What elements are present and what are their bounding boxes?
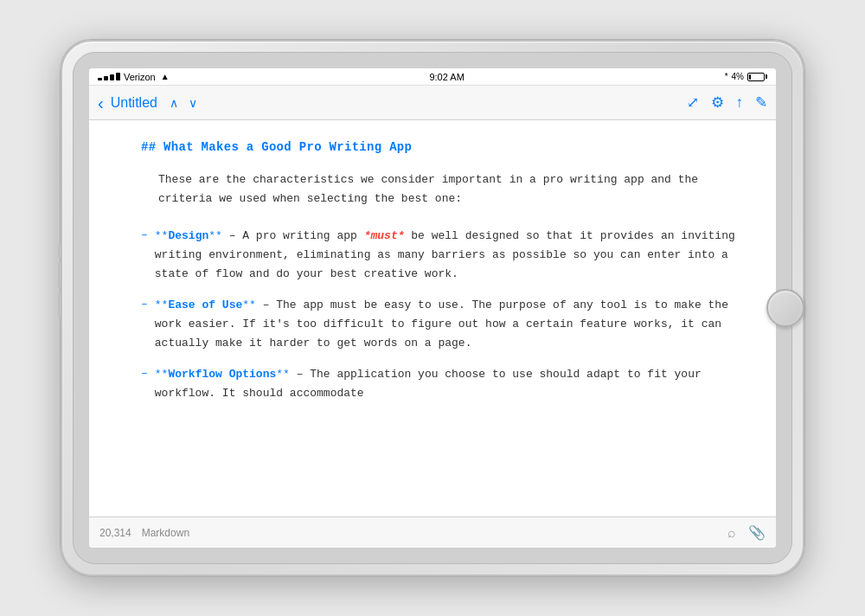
volume-down-button[interactable] [58,292,62,317]
edit-icon[interactable]: ✎ [755,93,767,112]
battery-icon [747,73,767,81]
battery-percent: 4% [732,72,744,81]
list-item: – **Ease of Use** – The app must be easy… [141,296,750,353]
list-items: – **Design** – A pro writing app *must* … [141,227,750,404]
search-icon[interactable]: ⌕ [727,525,736,541]
intro-paragraph: These are the characteristics we conside… [141,170,750,209]
bluetooth-icon: * [725,72,728,81]
asterisk-close: ** [208,229,222,242]
ipad-device: Verizon ▲ 9:02 AM * 4% [61,40,804,576]
signal-icon [98,73,120,80]
list-dash: – [141,227,148,284]
nav-arrows: ∧ ∨ [166,94,201,112]
down-arrow-icon[interactable]: ∨ [185,94,201,112]
list-item: – **Design** – A pro writing app *must* … [141,227,750,284]
asterisk-close: ** [242,298,256,311]
ipad-frame: Verizon ▲ 9:02 AM * 4% [61,40,804,576]
nav-bar: ‹ Untitled ∧ ∨ ⤢ ⚙ ↑ ✎ [89,86,776,120]
term-ease: Ease of Use [168,298,242,311]
asterisk-open: ** [155,368,169,381]
home-button[interactable] [766,289,804,327]
attachment-icon[interactable]: 📎 [748,524,766,541]
resize-icon[interactable]: ⤢ [687,93,699,112]
volume-buttons [58,244,62,317]
status-left: Verizon ▲ [98,72,170,82]
nav-right: ⤢ ⚙ ↑ ✎ [687,93,768,112]
asterisk-open: ** [155,298,169,311]
nav-title[interactable]: Untitled [111,95,157,111]
mute-button[interactable] [58,244,62,258]
word-count: 20,314 [99,527,131,539]
wifi-icon: ▲ [161,72,170,81]
heading-text: ## What Makes a Good Pro Writing App [141,140,412,154]
list-content-ease: **Ease of Use** – The app must be easy t… [155,296,750,353]
time-label: 9:02 AM [429,72,464,82]
mode-label: Markdown [142,527,189,539]
list-content-design: **Design** – A pro writing app *must* be… [155,227,750,284]
list-dash: – [141,296,148,353]
intro-text: These are the characteristics we conside… [158,173,698,205]
nav-left: ‹ Untitled ∧ ∨ [98,94,201,112]
gear-icon[interactable]: ⚙ [711,93,724,112]
carrier-label: Verizon [124,72,156,82]
term-design: Design [168,229,208,242]
content-area: ## What Makes a Good Pro Writing App The… [89,120,776,517]
bottom-right: ⌕ 📎 [727,524,766,541]
status-right: * 4% [725,72,767,81]
list-item: – **Workflow Options** – The application… [141,365,750,403]
content-heading: ## What Makes a Good Pro Writing App [141,138,750,157]
asterisk-open: ** [155,229,169,242]
bottom-left: 20,314 Markdown [99,527,189,539]
share-icon[interactable]: ↑ [736,94,744,112]
bottom-bar: 20,314 Markdown ⌕ 📎 [89,517,776,548]
back-chevron-icon[interactable]: ‹ [98,94,104,112]
italic-must: *must* [364,229,405,242]
term-workflow: Workflow Options [168,368,276,381]
up-arrow-icon[interactable]: ∧ [166,94,182,112]
list-dash: – [141,365,148,403]
ipad-inner: Verizon ▲ 9:02 AM * 4% [73,52,792,564]
list-content-workflow: **Workflow Options** – The application y… [155,365,750,403]
asterisk-close: ** [276,368,290,381]
volume-up-button[interactable] [58,263,62,287]
screen: Verizon ▲ 9:02 AM * 4% [89,68,776,548]
status-bar: Verizon ▲ 9:02 AM * 4% [89,68,776,86]
